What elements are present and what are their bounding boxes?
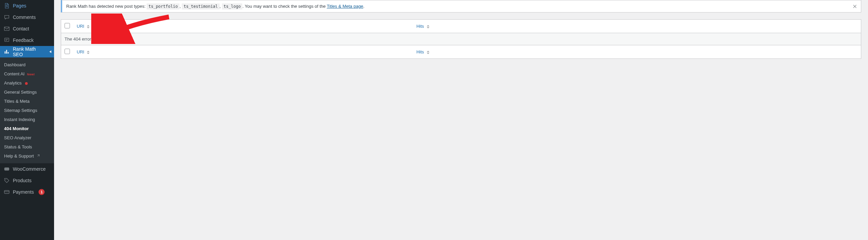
submenu-content-ai[interactable]: Content AI New! [0, 69, 54, 78]
code-tag: ts_portfolio [147, 3, 179, 9]
submenu-sitemap[interactable]: Sitemap Settings [0, 106, 54, 115]
error-log-table: URI Hits The 404 error log is empty. [61, 19, 861, 59]
sidebar-item-contact[interactable]: Contact [0, 23, 54, 34]
submenu-analytics[interactable]: Analytics [0, 78, 54, 88]
rankmath-submenu: Dashboard Content AI New! Analytics Gene… [0, 57, 54, 163]
sort-icon [427, 25, 429, 28]
count-badge: 1 [39, 189, 45, 195]
submenu-dashboard[interactable]: Dashboard [0, 60, 54, 69]
submenu-help-support[interactable]: Help & Support [0, 151, 54, 161]
select-all-header [61, 20, 73, 33]
sidebar-item-rankmath[interactable]: Rank Math SEO [0, 46, 54, 57]
submenu-general-settings[interactable]: General Settings [0, 88, 54, 97]
column-header-hits[interactable]: Hits [413, 20, 861, 33]
sidebar-item-comments[interactable]: Comments [0, 11, 54, 23]
select-all-checkbox-footer[interactable] [65, 49, 70, 54]
chevron-left-icon [49, 50, 51, 53]
table-empty-row: The 404 error log is empty. [61, 33, 861, 45]
svg-rect-0 [4, 27, 9, 31]
feedback-icon [3, 37, 10, 44]
chart-icon [3, 48, 10, 55]
sidebar-label: Contact [13, 26, 29, 31]
new-post-types-notice: Rank Math has detected new post types: t… [61, 0, 861, 13]
select-all-checkbox[interactable] [65, 23, 70, 28]
payments-icon [3, 189, 10, 195]
sidebar-item-feedback[interactable]: Feedback [0, 34, 54, 46]
submenu-status-tools[interactable]: Status & Tools [0, 142, 54, 151]
mail-icon [3, 25, 10, 32]
empty-log-message: The 404 error log is empty. [61, 33, 861, 45]
close-icon [852, 4, 857, 9]
submenu-404-monitor[interactable]: 404 Monitor [0, 124, 54, 133]
sort-icon [427, 51, 429, 54]
sidebar-label: Rank Math SEO [13, 46, 47, 57]
sidebar-item-pages[interactable]: Pages [0, 0, 54, 11]
submenu-label: Help & Support [4, 153, 34, 159]
svg-point-3 [5, 179, 6, 180]
sidebar-item-products[interactable]: Products [0, 175, 54, 186]
svg-rect-1 [5, 38, 9, 42]
external-link-icon [36, 154, 40, 158]
sidebar-item-payments[interactable]: Payments 1 [0, 186, 54, 198]
sidebar-label: Payments [13, 189, 34, 195]
submenu-seo-analyzer[interactable]: SEO Analyzer [0, 133, 54, 142]
pages-icon [3, 2, 10, 9]
submenu-titles-meta[interactable]: Titles & Meta [0, 97, 54, 106]
sidebar-label: Feedback [13, 38, 33, 43]
notification-dot-icon [25, 82, 28, 85]
sort-icon [87, 51, 90, 54]
column-footer-uri[interactable]: URI [73, 45, 413, 58]
sidebar-label: Comments [13, 15, 36, 20]
column-footer-hits[interactable]: Hits [413, 45, 861, 58]
submenu-instant-indexing[interactable]: Instant Indexing [0, 115, 54, 124]
svg-rect-2 [4, 168, 9, 171]
notice-text: Rank Math has detected new post types: t… [66, 4, 365, 9]
submenu-label: Content AI [4, 71, 25, 76]
woo-icon [3, 166, 10, 172]
dismiss-notice-button[interactable] [850, 2, 860, 11]
code-tag: ts_testimonial [182, 3, 219, 9]
admin-sidebar: Pages Comments Contact Feedback Rank Mat… [0, 0, 54, 240]
sidebar-label: Products [13, 178, 31, 183]
code-tag: ts_logo [222, 3, 243, 9]
content-area: Rank Math has detected new post types: t… [54, 0, 868, 240]
sidebar-label: WooCommerce [13, 166, 46, 172]
column-header-uri[interactable]: URI [73, 20, 413, 33]
submenu-label: Analytics [4, 80, 22, 86]
comment-icon [3, 14, 10, 21]
product-icon [3, 177, 10, 184]
titles-meta-link[interactable]: Titles & Meta page [327, 4, 363, 9]
svg-rect-4 [4, 191, 9, 194]
sidebar-item-woocommerce[interactable]: WooCommerce [0, 163, 54, 175]
sidebar-label: Pages [13, 3, 26, 8]
sort-icon [87, 25, 90, 28]
select-all-footer [61, 45, 73, 58]
badge-new: New! [27, 73, 35, 76]
